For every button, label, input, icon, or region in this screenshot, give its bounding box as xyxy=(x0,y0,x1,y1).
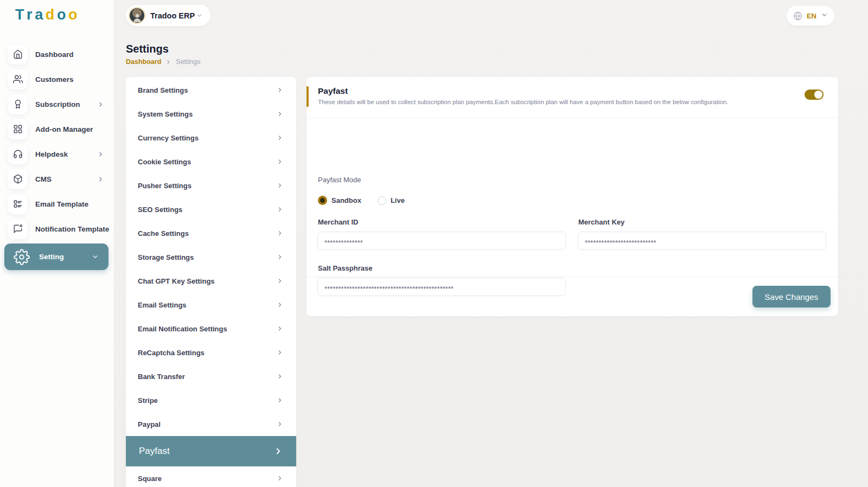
sidebar-item-label: Dashboard xyxy=(35,50,74,59)
chevron-right-icon xyxy=(273,446,283,456)
nav-item-label: Brand Settings xyxy=(138,86,188,94)
avatar xyxy=(129,7,145,24)
breadcrumb-dashboard-link[interactable]: Dashboard xyxy=(126,58,161,66)
payfast-panel-header: Payfast These details will be used to co… xyxy=(307,77,838,118)
nav-item-label: Paypal xyxy=(138,420,161,428)
chevron-down-icon xyxy=(196,12,203,19)
sidebar-menu: Dashboard Customers Subscription Ad xyxy=(0,42,114,270)
settings-nav-item-chatgpt[interactable]: Chat GPT Key Settings xyxy=(126,269,296,293)
users-icon xyxy=(8,69,28,89)
home-icon xyxy=(8,44,28,65)
chevron-right-icon xyxy=(277,278,283,284)
settings-nav-item-brand[interactable]: Brand Settings xyxy=(126,78,296,102)
settings-nav-item-stripe[interactable]: Stripe xyxy=(126,388,296,412)
nav-item-label: Email Notification Settings xyxy=(138,325,227,333)
logo-letter: a xyxy=(35,7,46,23)
settings-nav-item-seo[interactable]: SEO Settings xyxy=(126,197,296,221)
gear-icon xyxy=(11,246,33,268)
package-icon xyxy=(8,169,28,189)
settings-nav-item-cookie[interactable]: Cookie Settings xyxy=(126,150,296,174)
breadcrumb: Dashboard Settings xyxy=(126,58,200,66)
sidebar-item-notification-template[interactable]: Notification Template xyxy=(0,216,114,241)
sidebar-item-setting[interactable]: Setting xyxy=(4,244,108,270)
layout-list-icon xyxy=(8,194,28,214)
sidebar-item-email-template[interactable]: Email Template xyxy=(0,191,114,216)
nav-item-label: Square xyxy=(138,475,162,483)
save-changes-button[interactable]: Save Changes xyxy=(752,286,831,307)
sidebar-item-label: Add-on Manager xyxy=(35,125,93,133)
breadcrumb-current: Settings xyxy=(176,58,200,66)
logo-letter: o xyxy=(68,7,80,23)
settings-nav-item-email[interactable]: Email Settings xyxy=(126,293,296,317)
chevron-down-icon xyxy=(92,253,99,260)
sidebar-item-label: CMS xyxy=(35,175,52,183)
chevron-right-icon xyxy=(97,101,104,108)
sidebar-item-addon-manager[interactable]: Add-on Manager xyxy=(0,117,114,142)
sidebar-item-label: Helpdesk xyxy=(35,150,68,158)
radio-live[interactable]: Live xyxy=(378,196,405,205)
chevron-right-icon xyxy=(277,421,283,427)
sidebar-item-label: Notification Template xyxy=(35,225,109,233)
nav-item-label: ReCaptcha Settings xyxy=(138,349,205,357)
sidebar-item-label: Customers xyxy=(35,75,74,84)
nav-item-label: Bank Transfer xyxy=(138,373,185,381)
payfast-enabled-toggle[interactable] xyxy=(805,89,824,100)
radio-checked-icon xyxy=(318,196,327,205)
payfast-panel: Payfast These details will be used to co… xyxy=(307,77,838,316)
settings-nav-item-bank-transfer[interactable]: Bank Transfer xyxy=(126,364,296,388)
sidebar-item-helpdesk[interactable]: Helpdesk xyxy=(0,142,114,166)
nav-item-label: Chat GPT Key Settings xyxy=(138,277,215,285)
merchant-id-input[interactable] xyxy=(317,232,566,250)
grid-icon xyxy=(8,119,28,139)
nav-item-label: Pusher Settings xyxy=(138,182,192,190)
sidebar-item-label: Subscription xyxy=(35,100,80,108)
payfast-description: These details will be used to collect su… xyxy=(318,99,825,105)
workspace-name: Tradoo ERP xyxy=(150,11,195,20)
chevron-right-icon xyxy=(277,206,283,213)
settings-nav-item-pusher[interactable]: Pusher Settings xyxy=(126,174,296,197)
settings-nav-item-square[interactable]: Square xyxy=(126,466,296,487)
globe-icon xyxy=(793,11,802,21)
sidebar-item-label: Email Template xyxy=(35,200,88,208)
merchant-key-input[interactable] xyxy=(578,232,826,250)
settings-nav-item-recaptcha[interactable]: ReCaptcha Settings xyxy=(126,341,296,364)
sidebar: Tradoo Dashboard Customers Subscription xyxy=(0,0,114,487)
headphones-icon xyxy=(8,144,28,164)
page-title: Settings xyxy=(126,43,169,55)
radio-unchecked-icon xyxy=(378,196,386,205)
merchant-key-label: Merchant Key xyxy=(578,218,624,226)
workspace-selector[interactable]: Tradoo ERP xyxy=(126,5,210,26)
sidebar-item-customers[interactable]: Customers xyxy=(0,67,114,92)
chevron-right-icon xyxy=(97,176,104,183)
chevron-right-icon xyxy=(277,373,283,380)
nav-item-label: Stripe xyxy=(138,396,158,405)
settings-nav-item-payfast[interactable]: Payfast xyxy=(126,436,296,466)
payfast-panel-footer: Save Changes xyxy=(307,277,838,316)
settings-nav-card: Brand Settings System Settings Currency … xyxy=(126,77,296,487)
settings-nav-item-system[interactable]: System Settings xyxy=(126,102,296,126)
chevron-right-icon xyxy=(277,111,283,117)
language-selector[interactable]: EN xyxy=(787,6,834,25)
nav-item-label: SEO Settings xyxy=(138,206,182,214)
app-root: Tradoo Dashboard Customers Subscription xyxy=(0,0,868,487)
trophy-icon xyxy=(8,94,28,114)
radio-label: Live xyxy=(391,196,405,204)
settings-nav-item-email-notification[interactable]: Email Notification Settings xyxy=(126,317,296,341)
settings-nav-item-storage[interactable]: Storage Settings xyxy=(126,245,296,269)
settings-nav-item-currency[interactable]: Currency Settings xyxy=(126,126,296,150)
settings-nav-item-cache[interactable]: Cache Settings xyxy=(126,221,296,245)
settings-nav-item-paypal[interactable]: Paypal xyxy=(126,412,296,436)
sidebar-item-dashboard[interactable]: Dashboard xyxy=(0,42,114,67)
nav-item-label: Email Settings xyxy=(138,301,187,309)
sidebar-item-subscription[interactable]: Subscription xyxy=(0,92,114,117)
sidebar-item-label: Setting xyxy=(39,253,64,261)
sidebar-item-cms[interactable]: CMS xyxy=(0,166,114,191)
chevron-right-icon xyxy=(277,349,283,356)
chevron-right-icon xyxy=(277,134,283,141)
chevron-right-icon xyxy=(277,158,283,165)
logo-letter: r xyxy=(27,7,35,23)
nav-item-label: System Settings xyxy=(138,110,193,118)
radio-sandbox[interactable]: Sandbox xyxy=(318,196,361,205)
chevron-right-icon xyxy=(277,475,283,482)
logo-letter: d xyxy=(46,7,57,23)
